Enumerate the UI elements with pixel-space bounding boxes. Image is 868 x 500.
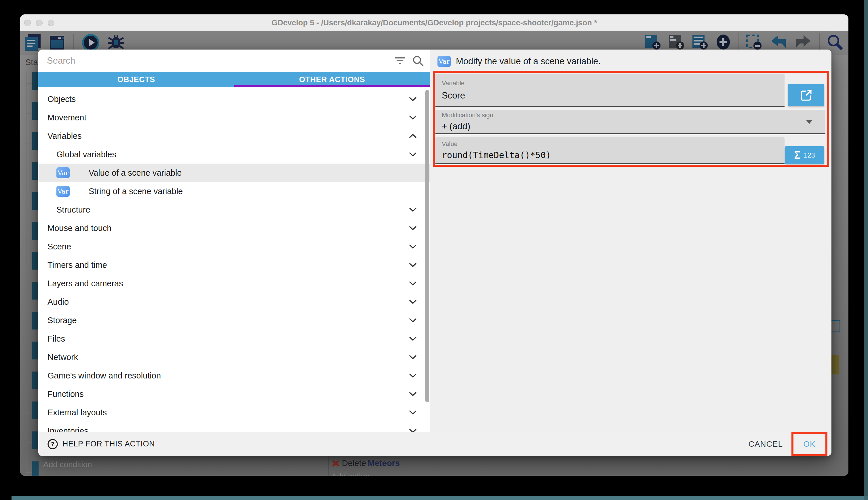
list-item-label: String of a scene variable — [89, 186, 183, 196]
toolbar-separator — [73, 34, 74, 51]
add-action-link: Add action — [331, 472, 370, 476]
category-item-scene[interactable]: Scene — [38, 237, 430, 256]
chevron-up-icon — [409, 134, 417, 138]
chevron-down-icon — [806, 120, 812, 124]
project-manager-icon[interactable] — [24, 33, 42, 52]
list-item-label: Movement — [47, 113, 86, 122]
chevron-down-icon — [409, 281, 417, 286]
toolbar-separator — [739, 33, 739, 51]
remove-selection-icon[interactable] — [746, 34, 763, 50]
chevron-down-icon — [409, 115, 417, 120]
list-item-label: Value of a scene variable — [89, 168, 182, 178]
desktop-edge-right — [864, 0, 868, 500]
variable-field[interactable]: Variable Score — [435, 74, 785, 107]
category-item-game-s-window-and-resolution[interactable]: Game's window and resolution — [38, 366, 430, 385]
scene-editor-tab-icon[interactable] — [49, 34, 66, 51]
category-item-mouse-and-touch[interactable]: Mouse and touch — [38, 219, 430, 237]
chevron-down-icon — [409, 244, 417, 249]
desktop-edge-bottom — [12, 496, 868, 500]
edit-variable-button[interactable] — [788, 84, 824, 106]
category-item-inventories[interactable]: Inventories — [38, 422, 430, 432]
search-input[interactable]: Search — [47, 49, 75, 72]
chevron-down-icon — [409, 337, 417, 341]
redo-icon[interactable] — [794, 34, 812, 50]
list-item-label: Timers and time — [47, 260, 107, 270]
category-item-timers-and-time[interactable]: Timers and time — [38, 256, 430, 274]
delete-meteors-action: Delete Meteors — [331, 458, 400, 468]
list-item-label: Game's window and resolution — [47, 371, 161, 380]
category-item-variables[interactable]: Variables — [38, 127, 430, 145]
dialog-footer: ? HELP FOR THIS ACTION CANCEL OK — [38, 432, 831, 456]
var-icon: Var — [437, 56, 451, 67]
list-scrollbar-thumb[interactable] — [425, 90, 429, 402]
action-item-string-of-a-scene-variable[interactable]: VarString of a scene variable — [38, 182, 430, 201]
category-item-external-layouts[interactable]: External layouts — [38, 403, 430, 422]
chevron-down-icon — [409, 299, 417, 304]
list-item-label: Variables — [47, 131, 82, 141]
category-item-network[interactable]: Network — [38, 348, 430, 366]
add-new-icon[interactable] — [715, 34, 731, 50]
category-item-storage[interactable]: Storage — [38, 311, 430, 329]
delete-action-verb: Delete — [342, 458, 366, 468]
expression-builder-button[interactable]: Σ 123 — [785, 146, 824, 164]
list-item-label: Scene — [47, 242, 71, 251]
category-item-functions[interactable]: Functions — [38, 385, 430, 403]
category-item-files[interactable]: Files — [38, 329, 430, 348]
cancel-button[interactable]: CANCEL — [748, 440, 783, 449]
action-editor-title: Modify the value of a scene variable. — [456, 56, 601, 67]
variable-field-label: Variable — [442, 79, 785, 87]
var-icon: Var — [56, 167, 70, 178]
delete-x-icon — [331, 459, 340, 468]
category-item-movement[interactable]: Movement — [38, 108, 430, 127]
open-in-new-icon — [799, 89, 813, 102]
value-field[interactable]: Value round(TimeDelta()*50) — [435, 137, 785, 164]
annotation-box-fields: Variable Score Modification's sign + (ad… — [433, 71, 829, 167]
category-item-layers-and-cameras[interactable]: Layers and cameras — [38, 274, 430, 293]
add-event-icon[interactable] — [692, 34, 708, 50]
undo-icon[interactable] — [770, 34, 787, 50]
add-condition-link: Add condition — [43, 460, 92, 469]
modification-sign-select[interactable]: Modification's sign + (add) — [435, 110, 825, 134]
list-item-label: Functions — [47, 389, 84, 399]
action-category-list: ObjectsMovementVariablesGlobal variables… — [38, 87, 430, 432]
action-editor-panel: Var Modify the value of a scene variable… — [430, 49, 831, 456]
chevron-down-icon — [409, 152, 417, 157]
event-condition-blocks — [32, 72, 38, 476]
add-object-icon[interactable] — [645, 34, 661, 50]
sign-field-label: Modification's sign — [442, 112, 825, 119]
annotation-box-ok: OK — [791, 432, 828, 456]
chevron-down-icon — [409, 373, 417, 378]
debug-icon[interactable] — [107, 34, 125, 52]
toolbar-separator — [819, 33, 820, 51]
search-icon[interactable] — [412, 55, 424, 68]
search-bar: Search — [38, 49, 430, 72]
play-icon[interactable] — [81, 33, 100, 52]
sign-field-value: + (add) — [442, 121, 825, 132]
search-icon[interactable] — [826, 34, 843, 50]
ok-button[interactable]: OK — [803, 440, 815, 449]
list-item-label: Audio — [47, 297, 69, 307]
value-field-value: round(TimeDelta()*50) — [442, 150, 785, 160]
sigma-icon: Σ — [794, 149, 801, 161]
help-button[interactable]: ? HELP FOR THIS ACTION — [47, 439, 155, 450]
list-item-label: Network — [47, 353, 78, 362]
list-item-label: Global variables — [56, 150, 116, 159]
action-editor-header: Var Modify the value of a scene variable… — [437, 56, 601, 67]
chevron-down-icon — [409, 97, 417, 101]
filter-icon[interactable] — [395, 57, 406, 66]
value-field-label: Value — [442, 140, 785, 148]
active-tab-indicator — [234, 85, 430, 87]
var-icon: Var — [56, 186, 70, 197]
add-group-icon[interactable] — [668, 34, 685, 50]
action-item-value-of-a-scene-variable[interactable]: VarValue of a scene variable — [38, 163, 430, 182]
list-item-label: Storage — [47, 316, 77, 325]
svg-text:?: ? — [51, 441, 55, 447]
category-item-structure[interactable]: Structure — [38, 201, 430, 219]
category-item-objects[interactable]: Objects — [38, 90, 430, 108]
category-item-audio[interactable]: Audio — [38, 293, 430, 311]
category-item-global-variables[interactable]: Global variables — [38, 145, 430, 163]
variable-field-value: Score — [442, 90, 785, 101]
action-list-panel: Search OBJECTS OTHER ACTIONS ObjectsMove… — [38, 49, 430, 456]
tab-objects[interactable]: OBJECTS — [38, 72, 234, 87]
window-title: GDevelop 5 - /Users/dkarakay/Documents/G… — [20, 19, 848, 27]
